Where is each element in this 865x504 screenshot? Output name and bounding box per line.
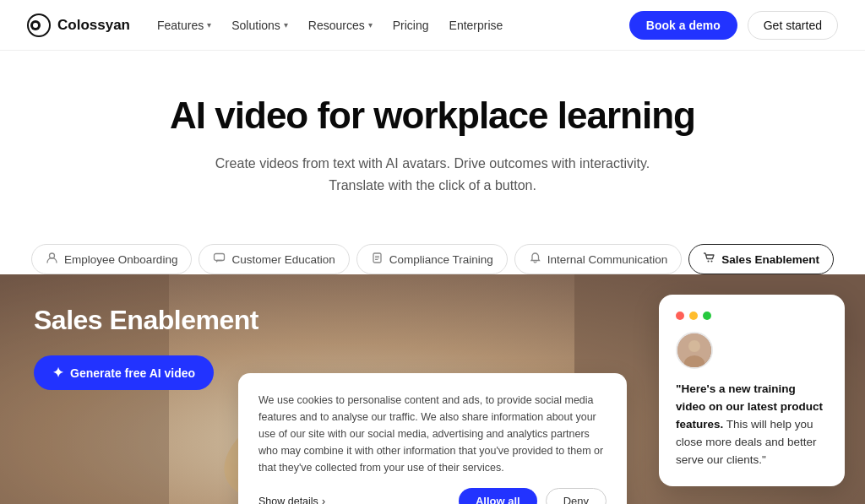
tab-internal-communication[interactable]: Internal Communication bbox=[514, 244, 683, 274]
nav-features[interactable]: Features ▾ bbox=[157, 19, 211, 32]
avatar-image bbox=[677, 333, 711, 367]
navbar-left: Colossyan Features ▾ Solutions ▾ Resourc… bbox=[27, 14, 503, 37]
tabs-row: Employee Onboarding Customer Education C… bbox=[0, 224, 865, 274]
cookie-banner: We use cookies to personalise content an… bbox=[238, 373, 627, 504]
tab-customer-education[interactable]: Customer Education bbox=[199, 244, 349, 274]
svg-point-7 bbox=[711, 261, 713, 263]
nav-solutions[interactable]: Solutions ▾ bbox=[231, 19, 288, 32]
chevron-down-icon: ▾ bbox=[207, 20, 211, 30]
maximize-dot bbox=[703, 312, 711, 320]
show-details-link[interactable]: Show details › bbox=[258, 496, 325, 504]
book-demo-button[interactable]: Book a demo bbox=[629, 11, 737, 40]
tab-label: Sales Enablement bbox=[721, 253, 819, 266]
navbar-right: Book a demo Get started bbox=[629, 11, 838, 40]
svg-point-15 bbox=[688, 340, 700, 352]
nav-enterprise[interactable]: Enterprise bbox=[449, 19, 503, 32]
tab-label: Compliance Training bbox=[389, 253, 493, 266]
close-dot bbox=[676, 312, 684, 320]
avatar bbox=[676, 332, 713, 369]
chevron-right-icon: › bbox=[322, 496, 325, 504]
svg-point-6 bbox=[708, 261, 710, 263]
sparkle-icon: ✦ bbox=[52, 365, 63, 381]
chevron-down-icon: ▾ bbox=[284, 20, 288, 30]
hero-title: AI video for workplace learning bbox=[128, 95, 737, 138]
nav-links: Features ▾ Solutions ▾ Resources ▾ Prici… bbox=[157, 19, 503, 32]
svg-rect-4 bbox=[215, 254, 225, 261]
window-controls bbox=[676, 312, 828, 320]
cookie-actions: Show details › Allow all Deny bbox=[258, 488, 607, 504]
showcase-section: Sales Enablement ✦ Generate free AI vide… bbox=[0, 274, 865, 504]
card-quote: "Here's a new training video on our late… bbox=[676, 381, 828, 469]
logo-icon bbox=[27, 14, 51, 37]
cookie-buttons: Allow all Deny bbox=[459, 488, 607, 504]
logo-text: Colossyan bbox=[57, 17, 130, 34]
tab-compliance-training[interactable]: Compliance Training bbox=[356, 244, 508, 274]
svg-point-2 bbox=[33, 23, 38, 28]
hero-subtitle: Create videos from text with AI avatars.… bbox=[213, 153, 652, 198]
tab-label: Internal Communication bbox=[547, 253, 668, 266]
person-icon bbox=[46, 252, 58, 267]
generate-ai-video-button[interactable]: ✦ Generate free AI video bbox=[34, 355, 214, 390]
tab-label: Customer Education bbox=[231, 253, 335, 266]
minimize-dot bbox=[689, 312, 698, 320]
bell-icon bbox=[529, 252, 541, 267]
get-started-button[interactable]: Get started bbox=[748, 11, 838, 40]
tab-sales-enablement[interactable]: Sales Enablement bbox=[688, 244, 834, 274]
cookie-text: We use cookies to personalise content an… bbox=[258, 392, 607, 476]
clipboard-icon bbox=[371, 252, 384, 267]
tab-employee-onboarding[interactable]: Employee Onboarding bbox=[31, 244, 192, 274]
chevron-down-icon: ▾ bbox=[368, 20, 373, 30]
deny-button[interactable]: Deny bbox=[546, 488, 607, 504]
hero-section: AI video for workplace learning Create v… bbox=[0, 51, 865, 224]
allow-all-button[interactable]: Allow all bbox=[459, 488, 537, 504]
nav-pricing[interactable]: Pricing bbox=[393, 19, 429, 32]
logo[interactable]: Colossyan bbox=[27, 14, 130, 37]
showcase-title: Sales Enablement bbox=[34, 305, 258, 336]
navbar: Colossyan Features ▾ Solutions ▾ Resourc… bbox=[0, 0, 865, 51]
nav-resources[interactable]: Resources ▾ bbox=[308, 19, 373, 32]
chat-icon bbox=[213, 252, 226, 267]
cart-icon bbox=[703, 252, 715, 267]
tab-label: Employee Onboarding bbox=[64, 253, 177, 266]
card-overlay: "Here's a new training video on our late… bbox=[659, 295, 845, 486]
